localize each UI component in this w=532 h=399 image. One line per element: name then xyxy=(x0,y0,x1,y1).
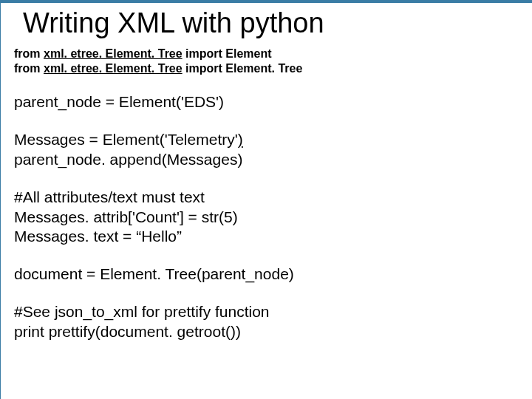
code-line: parent_node = Element('EDS') xyxy=(14,93,224,110)
code-block-5: #See json_to_xml for prettify function p… xyxy=(14,302,532,342)
code-line: parent_node. append(Messages) xyxy=(14,151,242,168)
slide: Writing XML with python from xml. etree.… xyxy=(0,0,532,399)
code-block-1: parent_node = Element('EDS') xyxy=(14,92,532,112)
code-line: print prettify(document. getroot()) xyxy=(14,323,241,340)
import-block: from xml. etree. Element. Tree import El… xyxy=(14,47,532,76)
code-line: #See json_to_xml for prettify function xyxy=(14,303,270,320)
code-body: parent_node = Element('EDS') Messages = … xyxy=(14,92,532,342)
import-target: Element. Tree xyxy=(225,62,302,75)
underlined-paren: ) xyxy=(238,131,243,148)
keyword-from: from xyxy=(14,47,44,60)
import-target: Element xyxy=(225,47,271,60)
module-path: xml. etree. Element. Tree xyxy=(44,47,183,60)
keyword-import: import xyxy=(183,62,226,75)
code-block-4: document = Element. Tree(parent_node) xyxy=(14,265,532,284)
code-line: Messages. attrib['Count'] = str(5) xyxy=(14,208,238,225)
code-line: Messages. text = “Hello” xyxy=(14,228,182,245)
keyword-import: import xyxy=(183,47,226,60)
code-block-3: #All attributes/text must text Messages.… xyxy=(14,188,532,248)
code-block-2: Messages = Element('Telemetry') parent_n… xyxy=(14,130,532,170)
code-line: document = Element. Tree(parent_node) xyxy=(14,265,294,282)
module-path: xml. etree. Element. Tree xyxy=(44,62,183,75)
keyword-from: from xyxy=(14,62,44,75)
code-line: #All attributes/text must text xyxy=(14,188,205,205)
import-line-1: from xml. etree. Element. Tree import El… xyxy=(14,47,532,61)
import-line-2: from xml. etree. Element. Tree import El… xyxy=(14,61,532,76)
code-line: Messages = Element('Telemetry' xyxy=(14,131,238,148)
slide-title: Writing XML with python xyxy=(23,7,532,39)
